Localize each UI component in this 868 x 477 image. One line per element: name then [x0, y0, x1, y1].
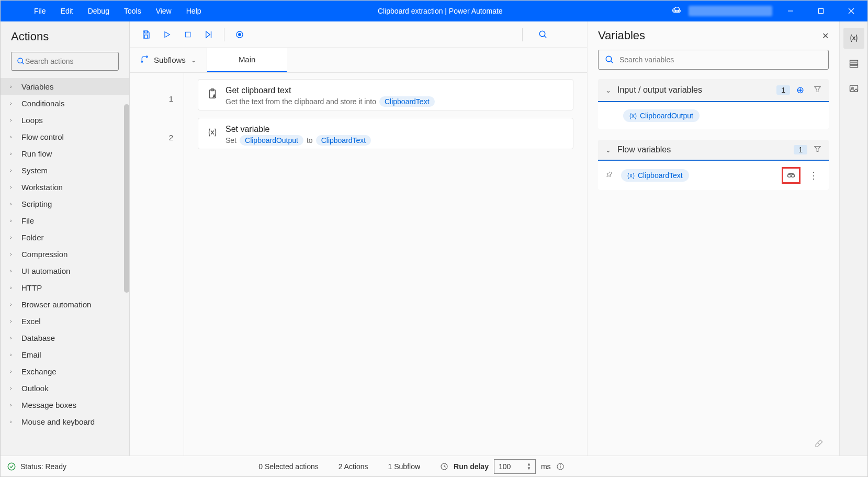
category-http[interactable]: ›HTTP	[1, 279, 129, 296]
category-workstation[interactable]: ›Workstation	[1, 179, 129, 195]
category-file[interactable]: ›File	[1, 212, 129, 229]
variable-chip[interactable]: (x)ClipboardOutput	[623, 109, 700, 122]
svg-point-13	[239, 33, 241, 36]
category-run-flow[interactable]: ›Run flow	[1, 145, 129, 162]
pin-icon[interactable]	[605, 171, 616, 180]
category-folder[interactable]: ›Folder	[1, 229, 129, 246]
actions-count-label: 2 Actions	[339, 462, 368, 471]
chevron-right-icon: ›	[10, 201, 17, 207]
category-message-boxes[interactable]: ›Message boxes	[1, 396, 129, 413]
chevron-right-icon: ›	[10, 217, 17, 224]
clear-variables-button[interactable]	[588, 439, 839, 450]
stop-button[interactable]	[179, 26, 197, 43]
search-variables-input[interactable]	[619, 56, 822, 64]
category-excel[interactable]: ›Excel	[1, 313, 129, 329]
account-label[interactable]	[689, 6, 772, 16]
flow-section-title: Flow variables	[617, 145, 787, 154]
variables-header: Variables	[598, 29, 645, 42]
add-variable-button[interactable]: ⊕	[796, 84, 804, 96]
menu-help[interactable]: Help	[179, 1, 209, 21]
subflows-dropdown[interactable]: Subflows ⌄	[130, 48, 207, 72]
category-compression[interactable]: ›Compression	[1, 246, 129, 262]
category-browser-automation[interactable]: ›Browser automation	[1, 296, 129, 313]
search-variables-box[interactable]	[598, 50, 829, 70]
io-variable-row[interactable]: (x)ClipboardOutput	[598, 102, 829, 129]
category-flow-control[interactable]: ›Flow control	[1, 128, 129, 145]
chevron-right-icon: ›	[10, 385, 17, 391]
steps-list: A Get clipboard text Get the text from t…	[184, 73, 587, 456]
clock-icon	[440, 462, 448, 471]
menu-debug[interactable]: Debug	[81, 1, 117, 21]
record-button[interactable]	[231, 26, 249, 43]
line-number: 2	[130, 118, 184, 157]
info-icon[interactable]	[556, 462, 565, 471]
step-set-variable[interactable]: Set variable Set ClipboardOutput to Clip…	[198, 118, 573, 149]
svg-rect-9	[185, 32, 190, 37]
close-panel-button[interactable]: ✕	[822, 31, 829, 41]
search-actions-box[interactable]	[11, 52, 119, 71]
run-delay-input[interactable]: 100 ▲▼	[494, 459, 536, 474]
step-title: Get clipboard text	[226, 86, 565, 95]
filter-button[interactable]	[814, 145, 821, 154]
variable-chip[interactable]: (x)ClipboardText	[621, 169, 689, 182]
menu-view[interactable]: View	[149, 1, 179, 21]
menu-file[interactable]: File	[27, 1, 53, 21]
variable-pill: ClipboardText	[316, 135, 371, 146]
search-actions-input[interactable]	[25, 57, 117, 65]
category-loops[interactable]: ›Loops	[1, 112, 129, 128]
chevron-right-icon: ›	[10, 402, 17, 408]
svg-point-28	[791, 174, 795, 177]
chevron-right-icon: ›	[10, 83, 17, 90]
tab-main[interactable]: Main	[207, 48, 287, 72]
category-exchange[interactable]: ›Exchange	[1, 363, 129, 380]
svg-line-30	[818, 443, 820, 445]
category-conditionals[interactable]: ›Conditionals	[1, 95, 129, 112]
close-button[interactable]	[839, 1, 863, 21]
run-delay-label: Run delay	[454, 462, 489, 471]
spinner-buttons[interactable]: ▲▼	[527, 462, 531, 471]
selected-actions-label: 0 Selected actions	[258, 462, 318, 471]
category-database[interactable]: ›Database	[1, 329, 129, 346]
category-ui-automation[interactable]: ›UI automation	[1, 262, 129, 279]
rail-images-button[interactable]	[843, 78, 864, 99]
actions-category-list[interactable]: ›Variables ›Conditionals ›Loops ›Flow co…	[1, 78, 129, 456]
more-options-button[interactable]: ⋮	[806, 170, 821, 181]
flow-variable-row[interactable]: (x)ClipboardText ⋮	[598, 161, 829, 190]
rail-variables-button[interactable]	[843, 28, 864, 49]
flow-section-header[interactable]: ⌄ Flow variables 1	[598, 140, 829, 161]
menu-edit[interactable]: Edit	[53, 1, 81, 21]
chevron-right-icon: ›	[10, 418, 17, 425]
category-outlook[interactable]: ›Outlook	[1, 380, 129, 396]
io-section-header[interactable]: ⌄ Input / output variables 1 ⊕	[598, 79, 829, 102]
search-flow-button[interactable]	[527, 26, 559, 43]
category-system[interactable]: ›System	[1, 162, 129, 179]
svg-point-4	[18, 58, 22, 63]
category-scripting[interactable]: ›Scripting	[1, 195, 129, 212]
rail-ui-elements-button[interactable]	[843, 53, 864, 74]
clipboard-icon: A	[207, 88, 218, 99]
chevron-right-icon: ›	[10, 284, 17, 291]
run-button[interactable]	[158, 26, 176, 43]
svg-rect-7	[144, 35, 148, 38]
chevron-right-icon: ›	[10, 100, 17, 106]
category-mouse-keyboard[interactable]: ›Mouse and keyboard	[1, 413, 129, 430]
step-get-clipboard[interactable]: A Get clipboard text Get the text from t…	[198, 79, 573, 110]
minimize-button[interactable]	[779, 1, 803, 21]
save-button[interactable]	[137, 26, 155, 43]
chevron-right-icon: ›	[10, 167, 17, 173]
chevron-right-icon: ›	[10, 251, 17, 257]
io-variables-section: ⌄ Input / output variables 1 ⊕ (x)Clipbo…	[598, 79, 829, 129]
step-button[interactable]	[200, 26, 218, 43]
filter-button[interactable]	[814, 85, 821, 95]
svg-marker-25	[815, 87, 820, 92]
mark-sensitive-button[interactable]	[782, 167, 801, 184]
scrollbar-thumb[interactable]	[124, 104, 129, 293]
category-variables[interactable]: ›Variables	[1, 78, 129, 95]
titlebar: File Edit Debug Tools View Help Clipboar…	[1, 1, 867, 21]
category-email[interactable]: ›Email	[1, 346, 129, 363]
chevron-down-icon: ⌄	[605, 146, 611, 154]
chevron-right-icon: ›	[10, 351, 17, 358]
flow-count-badge: 1	[794, 145, 807, 154]
menu-tools[interactable]: Tools	[117, 1, 149, 21]
maximize-button[interactable]	[809, 1, 833, 21]
